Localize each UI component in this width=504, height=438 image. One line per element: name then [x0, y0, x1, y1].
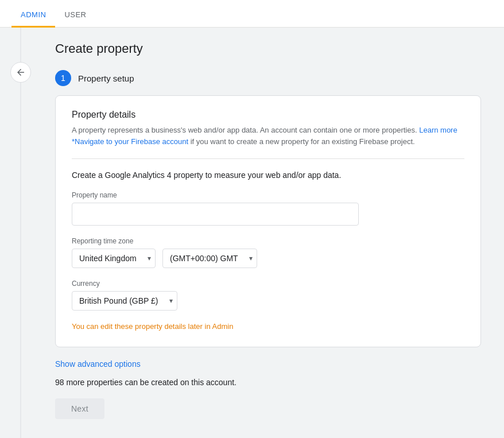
- properties-count-note: 98 more properties can be created on thi…: [55, 378, 481, 387]
- currency-field: Currency British Pound (GBP £) ▾: [72, 280, 464, 311]
- currency-select-wrapper: British Pound (GBP £) ▾: [72, 291, 177, 311]
- step-title: Property setup: [78, 73, 134, 83]
- step-badge: 1: [55, 70, 71, 86]
- advanced-options-link[interactable]: Show advanced options: [55, 359, 141, 369]
- page-title: Create property: [55, 41, 481, 56]
- back-button[interactable]: [10, 62, 31, 83]
- divider: [72, 158, 464, 159]
- property-name-field: Property name: [72, 191, 464, 226]
- sidebar-line: [21, 28, 21, 438]
- property-details-card: Property details A property represents a…: [55, 95, 481, 347]
- tab-user[interactable]: USER: [55, 3, 95, 28]
- learn-more-link[interactable]: Learn more: [419, 126, 457, 134]
- country-select[interactable]: United Kingdom: [72, 249, 156, 268]
- property-name-label: Property name: [72, 191, 464, 199]
- sidebar: [0, 28, 41, 438]
- content-area: Create property 1 Property setup Propert…: [41, 28, 504, 438]
- ga4-note: Create a Google Analytics 4 property to …: [72, 170, 464, 180]
- edit-note: You can edit these property details late…: [72, 322, 464, 331]
- firebase-suffix: if you want to create a new property for…: [191, 137, 415, 146]
- reporting-tz-label: Reporting time zone: [72, 237, 464, 245]
- next-button[interactable]: Next: [55, 398, 104, 419]
- back-arrow-icon: [15, 67, 26, 77]
- firebase-account-link[interactable]: *Navigate to your Firebase account: [72, 137, 188, 146]
- timezone-select[interactable]: (GMT+00:00) GMT: [162, 249, 257, 268]
- currency-select[interactable]: British Pound (GBP £): [72, 291, 177, 311]
- tab-bar: ADMIN USER: [0, 0, 504, 28]
- tz-select-row: United Kingdom ▾ (GMT+00:00) GMT ▾: [72, 249, 464, 268]
- main-layout: Create property 1 Property setup Propert…: [0, 28, 504, 438]
- step-header: 1 Property setup: [55, 70, 481, 86]
- property-name-input[interactable]: [72, 203, 359, 226]
- card-description: A property represents a business's web a…: [72, 125, 464, 147]
- currency-label: Currency: [72, 280, 464, 288]
- tab-admin[interactable]: ADMIN: [11, 3, 55, 28]
- description-text: A property represents a business's web a…: [72, 126, 417, 134]
- country-select-wrapper: United Kingdom ▾: [72, 249, 156, 268]
- card-section-title: Property details: [72, 110, 464, 120]
- timezone-select-wrapper: (GMT+00:00) GMT ▾: [162, 249, 257, 268]
- reporting-tz-field: Reporting time zone United Kingdom ▾ (GM…: [72, 237, 464, 268]
